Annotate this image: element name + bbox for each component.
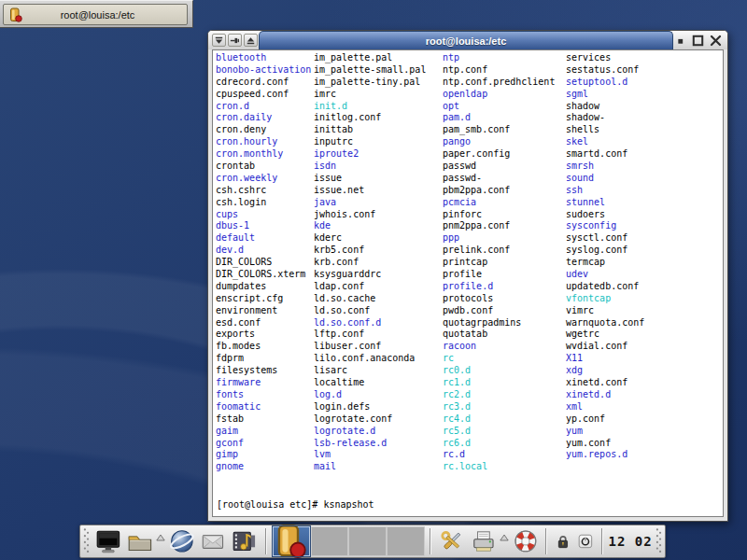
lock-session-button[interactable]: [554, 527, 572, 555]
file-entry: cdrecord.conf: [216, 77, 311, 89]
file-entry: lvm: [314, 449, 426, 461]
empty-task-slot: [387, 526, 425, 556]
file-entry: csh.login: [216, 197, 311, 209]
file-entry: cron.hourly: [216, 136, 311, 148]
file-entry: vimrc: [566, 305, 644, 317]
konsole-icon: [8, 7, 23, 22]
taskbar-button-konsole[interactable]: root@louisa:/etc: [3, 4, 188, 25]
printer-launcher[interactable]: [470, 527, 498, 555]
file-entry: crontab: [216, 161, 311, 173]
file-entry: DIR_COLORS: [216, 257, 311, 269]
file-entry: exports: [216, 329, 311, 341]
file-entry: sestatus.conf: [566, 64, 644, 77]
file-entry: lisarc: [314, 365, 426, 377]
file-entry: rc5.d: [443, 426, 555, 438]
file-entry: xinetd.d: [566, 389, 644, 401]
pin-icon: [229, 35, 241, 47]
file-entry: skel: [566, 136, 644, 148]
window-menu-button[interactable]: [212, 34, 226, 47]
file-entry: cron.daily: [216, 112, 311, 124]
file-entry: ntp: [443, 52, 555, 64]
file-entry: kderc: [314, 232, 426, 245]
file-entry: jwhois.conf: [314, 209, 426, 221]
file-entry: openldap: [443, 89, 555, 101]
file-entry: krb.conf: [314, 257, 426, 269]
printer-icon: [470, 527, 498, 555]
help-launcher[interactable]: [512, 527, 540, 555]
panel-grip-right[interactable]: [655, 527, 663, 555]
arrow-up-icon: [156, 534, 165, 541]
file-entry: isdn: [314, 161, 426, 173]
file-entry: mail: [314, 461, 426, 473]
terminal-output-area[interactable]: servicessestatus.confsetuptool.dsgmlshad…: [212, 49, 724, 517]
mail-launcher[interactable]: [199, 527, 227, 555]
panel-separator: [430, 528, 431, 554]
file-entry: rc.local: [443, 461, 555, 473]
top-taskbar: root@louisa:/etc: [0, 0, 193, 28]
file-entry: lsb-release.d: [314, 438, 426, 450]
panel-grip-left[interactable]: [82, 527, 91, 555]
file-entry: warnquota.conf: [566, 317, 644, 329]
file-manager-menu-arrow[interactable]: [156, 527, 166, 555]
multimedia-launcher[interactable]: [231, 527, 259, 555]
file-entry: vfontcap: [566, 293, 644, 305]
printer-menu-arrow[interactable]: [500, 527, 510, 555]
empty-task-slot: [311, 526, 349, 556]
globe-icon: [168, 527, 196, 555]
empty-task-slot: [348, 526, 387, 556]
file-entry: im_palette-small.pal: [314, 64, 426, 77]
file-entry: gimp: [216, 449, 311, 461]
file-entry: esd.conf: [216, 317, 311, 329]
folder-icon: [126, 527, 154, 555]
window-title-tab[interactable]: root@louisa:/etc: [259, 31, 673, 49]
close-icon: [709, 34, 723, 48]
system-settings-launcher[interactable]: [438, 527, 466, 555]
file-entry: log.d: [314, 389, 426, 401]
file-entry: racoon: [443, 341, 555, 353]
file-entry: passwd: [443, 161, 555, 173]
listing-column-2: im_palette.palim_palette-small.palim_pal…: [314, 52, 426, 473]
active-task-konsole[interactable]: [273, 526, 310, 556]
file-entry: shadow: [566, 101, 644, 113]
shade-button[interactable]: [244, 34, 258, 47]
file-entry: ldap.conf: [314, 281, 426, 293]
file-entry: pbm2ppa.conf: [443, 185, 555, 197]
keep-above-button[interactable]: [228, 34, 242, 47]
web-browser-launcher[interactable]: [168, 527, 196, 555]
window-titlebar[interactable]: root@louisa:/etc: [208, 31, 727, 49]
file-manager-launcher[interactable]: [126, 527, 154, 555]
taskbar-button-label: root@louisa:/etc: [27, 9, 187, 21]
logout-button[interactable]: [576, 527, 595, 555]
file-entry: udev: [566, 269, 644, 281]
lock-icon: [554, 532, 572, 551]
close-button[interactable]: [709, 34, 723, 47]
file-entry: rc0.d: [443, 365, 555, 377]
minimize-button[interactable]: [673, 34, 687, 47]
file-entry: pam.d: [443, 112, 555, 124]
listing-column-3: ntpntp.confntp.conf.predhclientopenldapo…: [443, 52, 555, 473]
file-entry: fonts: [216, 389, 311, 401]
arrow-up-icon: [500, 534, 509, 541]
multimedia-icon: [231, 527, 259, 555]
file-entry: xdg: [566, 365, 644, 377]
file-entry: ksysguarddrc: [314, 269, 426, 281]
file-entry: imrc: [314, 89, 426, 101]
file-entry: fstab: [216, 413, 311, 426]
panel-clock[interactable]: 12 02: [608, 527, 653, 555]
terminal-launcher[interactable]: [94, 527, 122, 555]
file-entry: stunnel: [566, 197, 644, 209]
panel-separator: [265, 528, 267, 554]
lifesaver-icon: [512, 527, 540, 555]
file-entry: localtime: [314, 377, 426, 389]
file-entry: sysctl.conf: [566, 232, 644, 245]
file-entry: termcap: [566, 257, 644, 269]
maximize-button[interactable]: [691, 34, 705, 47]
file-entry: krb5.conf: [314, 245, 426, 257]
panel-separator: [601, 528, 603, 554]
file-entry: environment: [216, 305, 311, 317]
file-entry: lilo.conf.anaconda: [314, 353, 426, 365]
titlebar-left-controls: [212, 34, 258, 47]
file-entry: gaim: [216, 426, 311, 438]
file-entry: X11: [566, 353, 644, 365]
file-entry: bluetooth: [216, 52, 311, 64]
